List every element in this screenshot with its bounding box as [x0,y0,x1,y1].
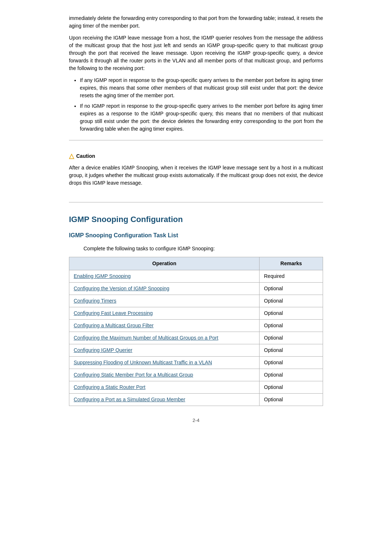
table-row: Configuring a Port as a Simulated Group … [69,394,323,406]
col-header-operation: Operation [69,257,260,270]
table-cell-remarks: Optional [260,320,323,332]
operation-link[interactable]: Configuring IGMP Querier [74,347,132,353]
table-cell-operation: Configuring Timers [69,295,260,307]
table-cell-operation: Configuring the Version of IGMP Snooping [69,283,260,295]
table-cell-remarks: Required [260,270,323,283]
table-cell-operation: Configuring a Static Router Port [69,381,260,394]
caution-box: △ Caution After a device enables IGMP Sn… [69,148,323,195]
page-container: immediately delete the forwarding entry … [40,0,352,446]
table-cell-operation: Configuring a Multicast Group Filter [69,320,260,332]
operation-link[interactable]: Enabling IGMP Snooping [74,273,131,279]
table-cell-remarks: Optional [260,332,323,344]
operation-link[interactable]: Configuring Fast Leave Processing [74,310,153,316]
intro-para1: immediately delete the forwarding entry … [69,15,323,30]
table-cell-remarks: Optional [260,357,323,369]
table-body: Enabling IGMP SnoopingRequiredConfigurin… [69,270,323,406]
operation-link[interactable]: Configuring a Port as a Simulated Group … [74,397,185,402]
subsection-title: IGMP Snooping Configuration Task List [69,231,323,240]
operation-link[interactable]: Configuring the Maximum Number of Multic… [74,335,218,341]
caution-text: After a device enables IGMP Snooping, wh… [69,164,323,187]
operation-link[interactable]: Configuring a Multicast Group Filter [74,323,154,328]
table-row: Enabling IGMP SnoopingRequired [69,270,323,283]
operation-link[interactable]: Configuring Timers [74,298,117,304]
table-cell-operation: Configuring the Maximum Number of Multic… [69,332,260,344]
table-cell-remarks: Optional [260,307,323,320]
table-cell-operation: Suppressing Flooding of Unknown Multicas… [69,357,260,369]
table-header-row: Operation Remarks [69,257,323,270]
table-cell-operation: Configuring IGMP Querier [69,344,260,357]
table-cell-remarks: Optional [260,381,323,394]
table-cell-remarks: Optional [260,369,323,381]
table-cell-operation: Configuring Static Member Port for a Mul… [69,369,260,381]
intro-para2: Upon receiving the IGMP leave message fr… [69,34,323,72]
table-row: Configuring a Static Router PortOptional [69,381,323,394]
config-table: Operation Remarks Enabling IGMP Snooping… [69,257,323,406]
caution-icon: △ [69,151,74,161]
table-cell-operation: Enabling IGMP Snooping [69,270,260,283]
section-title: IGMP Snooping Configuration [69,213,323,225]
col-header-remarks: Remarks [260,257,323,270]
bullet-item-1: If any IGMP report in response to the gr… [80,77,323,99]
divider-top [69,140,323,140]
task-intro: Complete the following tasks to configur… [83,245,323,253]
caution-header: △ Caution [69,151,323,161]
table-row: Configuring Fast Leave ProcessingOptiona… [69,307,323,320]
table-cell-remarks: Optional [260,344,323,357]
operation-link[interactable]: Configuring a Static Router Port [74,384,146,390]
operation-link[interactable]: Configuring the Version of IGMP Snooping [74,286,170,291]
table-cell-remarks: Optional [260,295,323,307]
table-cell-remarks: Optional [260,283,323,295]
table-cell-operation: Configuring Fast Leave Processing [69,307,260,320]
bullet-list: If any IGMP report in response to the gr… [80,77,323,133]
table-row: Configuring the Version of IGMP Snooping… [69,283,323,295]
table-row: Configuring the Maximum Number of Multic… [69,332,323,344]
page-footer: 2-4 [69,417,323,424]
table-row: Suppressing Flooding of Unknown Multicas… [69,357,323,369]
operation-link[interactable]: Configuring Static Member Port for a Mul… [74,372,193,378]
operation-link[interactable]: Suppressing Flooding of Unknown Multicas… [74,360,212,365]
bullet-item-2: If no IGMP report in response to the gro… [80,102,323,133]
table-cell-operation: Configuring a Port as a Simulated Group … [69,394,260,406]
table-cell-remarks: Optional [260,394,323,406]
table-row: Configuring a Multicast Group FilterOpti… [69,320,323,332]
divider-bottom [69,202,323,202]
table-row: Configuring Static Member Port for a Mul… [69,369,323,381]
table-row: Configuring IGMP QuerierOptional [69,344,323,357]
caution-label: Caution [76,152,95,160]
table-row: Configuring TimersOptional [69,295,323,307]
